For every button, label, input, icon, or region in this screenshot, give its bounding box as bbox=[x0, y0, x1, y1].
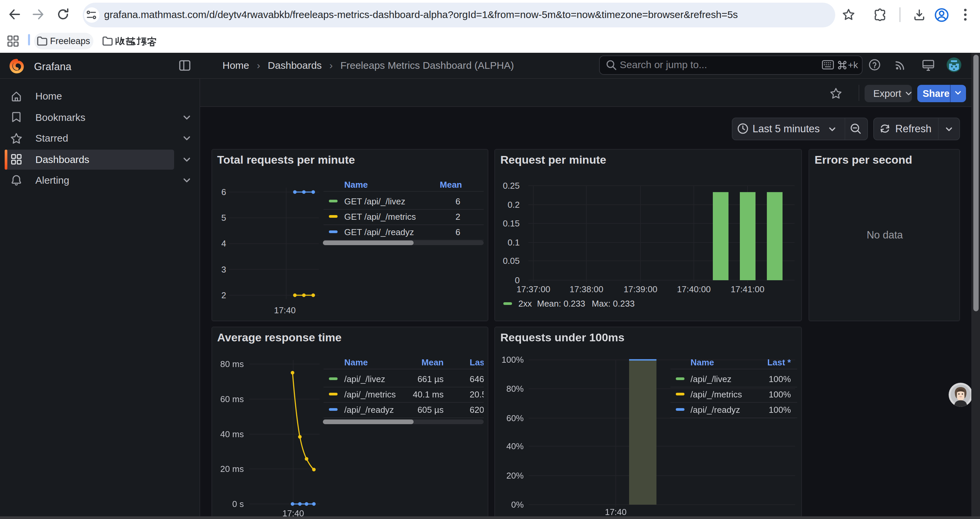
svg-text:Max: 0.233: Max: 0.233 bbox=[592, 299, 635, 308]
svg-text:0 s: 0 s bbox=[232, 499, 243, 509]
svg-text:17:41:00: 17:41:00 bbox=[730, 284, 764, 294]
svg-text:2xx: 2xx bbox=[519, 299, 532, 308]
svg-text:0.05: 0.05 bbox=[503, 256, 520, 266]
svg-text:4: 4 bbox=[221, 238, 226, 249]
svg-text:Mean: 0.233: Mean: 0.233 bbox=[537, 299, 585, 308]
svg-text:6: 6 bbox=[221, 187, 226, 197]
svg-text:40%: 40% bbox=[506, 441, 524, 451]
svg-text:60%: 60% bbox=[506, 413, 524, 423]
svg-text:40 ms: 40 ms bbox=[220, 429, 243, 439]
svg-text:100%: 100% bbox=[502, 355, 524, 365]
svg-text:0.15: 0.15 bbox=[503, 219, 520, 228]
svg-text:17:37:00: 17:37:00 bbox=[516, 284, 550, 294]
svg-text:17:39:00: 17:39:00 bbox=[624, 284, 657, 294]
svg-text:2: 2 bbox=[221, 290, 226, 300]
svg-text:17:40: 17:40 bbox=[605, 507, 627, 517]
svg-text:3: 3 bbox=[221, 265, 226, 275]
svg-text:17:40:00: 17:40:00 bbox=[677, 284, 711, 294]
svg-text:0.2: 0.2 bbox=[508, 200, 520, 210]
svg-text:0.1: 0.1 bbox=[508, 238, 520, 248]
svg-text:17:40: 17:40 bbox=[274, 305, 295, 315]
svg-text:20 ms: 20 ms bbox=[220, 464, 243, 474]
svg-text:80%: 80% bbox=[506, 384, 524, 394]
svg-text:0: 0 bbox=[515, 275, 520, 285]
svg-text:5: 5 bbox=[221, 213, 226, 223]
svg-text:0%: 0% bbox=[511, 500, 524, 509]
svg-text:0.25: 0.25 bbox=[503, 181, 520, 191]
svg-text:20%: 20% bbox=[506, 471, 524, 481]
svg-text:17:38:00: 17:38:00 bbox=[570, 284, 603, 294]
